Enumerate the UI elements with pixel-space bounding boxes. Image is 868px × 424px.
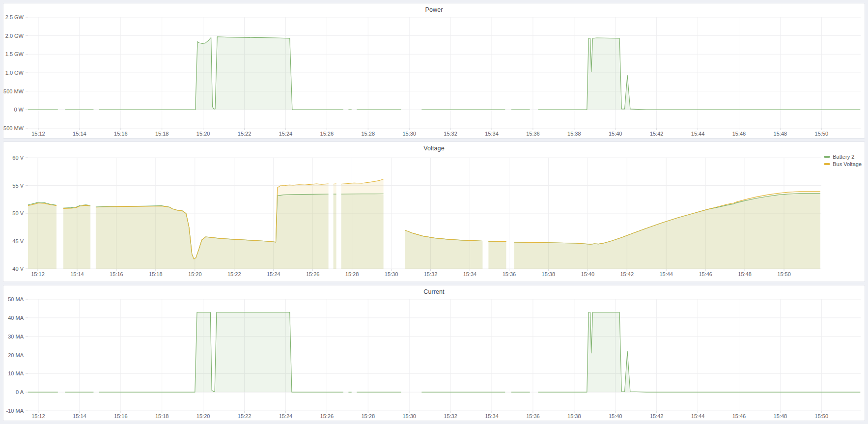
x-axis-label: 15:36 xyxy=(526,131,540,137)
y-axis-label: 2.0 GW xyxy=(5,33,24,38)
x-axis-label: 15:46 xyxy=(732,414,746,419)
x-axis-label: 15:32 xyxy=(444,414,457,419)
battery-2-series-marker-icon xyxy=(824,156,830,158)
x-axis-label: 15:38 xyxy=(567,414,581,419)
x-axis-label: 15:34 xyxy=(485,414,499,419)
x-axis-label: 15:28 xyxy=(345,272,359,277)
panel-current-title: Current xyxy=(3,288,865,295)
x-axis-label: 15:38 xyxy=(542,272,556,277)
panel-voltage: Voltage 60 V55 V50 V45 V40 V15:1215:1415… xyxy=(3,141,865,282)
x-axis-label: 15:14 xyxy=(73,131,86,137)
x-axis-label: 15:18 xyxy=(149,272,163,277)
x-axis-label: 15:34 xyxy=(485,131,499,137)
x-axis-label: 15:14 xyxy=(70,272,84,277)
y-axis-label: 0 A xyxy=(16,390,24,395)
x-axis-label: 15:20 xyxy=(196,131,210,137)
x-axis-label: 15:24 xyxy=(279,131,293,137)
current-chart-canvas xyxy=(28,299,861,411)
x-axis-label: 15:26 xyxy=(306,272,320,277)
x-axis-label: 15:36 xyxy=(526,414,540,419)
y-axis-label: 55 V xyxy=(12,183,24,188)
y-axis-label: -10 MA xyxy=(6,408,24,414)
voltage-chart-plot-area[interactable]: 60 V55 V50 V45 V40 V15:1215:1415:1615:18… xyxy=(28,158,821,269)
x-axis-label: 15:26 xyxy=(320,131,334,137)
x-axis-label: 15:42 xyxy=(650,131,664,137)
y-axis-label: 40 V xyxy=(12,266,24,272)
x-axis-label: 15:12 xyxy=(31,131,45,137)
x-axis-label: 15:44 xyxy=(691,414,705,419)
x-axis-label: 15:48 xyxy=(774,131,787,137)
voltage-legend: Battery 2 Bus Voltage xyxy=(824,154,862,167)
y-axis-label: 50 MA xyxy=(8,297,24,302)
x-axis-label: 15:48 xyxy=(774,414,787,419)
panel-current: Current 50 MA40 MA30 MA20 MA10 MA0 A-10 … xyxy=(3,285,865,421)
x-axis-label: 15:30 xyxy=(402,414,416,419)
x-axis-label: 15:48 xyxy=(738,272,752,277)
panel-voltage-title: Voltage xyxy=(3,145,865,152)
y-axis-label: 500 MW xyxy=(3,88,24,94)
y-axis-label: 45 V xyxy=(12,238,24,244)
x-axis-label: 15:34 xyxy=(463,272,477,277)
x-axis-label: 15:42 xyxy=(650,414,664,419)
x-axis-label: 15:50 xyxy=(815,131,829,137)
x-axis-label: 15:38 xyxy=(567,131,581,137)
x-axis-label: 15:46 xyxy=(732,131,746,137)
legend-item-battery-2[interactable]: Battery 2 xyxy=(824,154,862,160)
x-axis-label: 15:22 xyxy=(227,272,241,277)
bus-voltage-series-marker-icon xyxy=(824,163,830,165)
y-axis-label: 40 MA xyxy=(8,315,24,320)
panel-power: Power 2.5 GW2.0 GW1.5 GW1.0 GW500 MW0 W-… xyxy=(3,3,865,139)
current-chart-plot-area[interactable]: 50 MA40 MA30 MA20 MA10 MA0 A-10 MA15:121… xyxy=(28,299,861,411)
x-axis-label: 15:12 xyxy=(31,272,45,277)
legend-label-battery-2: Battery 2 xyxy=(833,154,854,160)
x-axis-label: 15:20 xyxy=(188,272,202,277)
x-axis-label: 15:46 xyxy=(699,272,712,277)
voltage-chart-canvas xyxy=(28,158,821,269)
x-axis-label: 15:32 xyxy=(424,272,438,277)
y-axis-label: 1.5 GW xyxy=(5,52,24,57)
x-axis-label: 15:30 xyxy=(385,272,398,277)
x-axis-label: 15:28 xyxy=(361,414,375,419)
x-axis-label: 15:24 xyxy=(279,414,293,419)
x-axis-label: 15:16 xyxy=(114,414,128,419)
x-axis-label: 15:30 xyxy=(402,131,416,137)
x-axis-label: 15:18 xyxy=(155,414,169,419)
x-axis-label: 15:40 xyxy=(609,131,622,137)
x-axis-label: 15:50 xyxy=(777,272,791,277)
y-axis-label: 1.0 GW xyxy=(5,70,24,76)
x-axis-label: 15:40 xyxy=(609,414,622,419)
x-axis-label: 15:44 xyxy=(659,272,673,277)
x-axis-label: 15:18 xyxy=(155,131,169,137)
y-axis-label: 20 MA xyxy=(8,352,24,358)
legend-item-bus-voltage[interactable]: Bus Voltage xyxy=(824,161,862,167)
y-axis-label: 30 MA xyxy=(8,334,24,339)
y-axis-label: 60 V xyxy=(12,155,24,161)
legend-label-bus-voltage: Bus Voltage xyxy=(833,161,862,167)
y-axis-label: 10 MA xyxy=(8,371,24,376)
x-axis-label: 15:40 xyxy=(581,272,595,277)
y-axis-label: 0 W xyxy=(14,107,24,113)
y-axis-label: -500 MW xyxy=(1,126,24,131)
x-axis-label: 15:22 xyxy=(238,131,252,137)
x-axis-label: 15:44 xyxy=(691,131,705,137)
x-axis-label: 15:20 xyxy=(196,414,210,419)
x-axis-label: 15:42 xyxy=(620,272,634,277)
y-axis-label: 50 V xyxy=(12,211,24,216)
x-axis-label: 15:32 xyxy=(444,131,457,137)
y-axis-label: 2.5 GW xyxy=(5,15,24,20)
x-axis-label: 15:16 xyxy=(114,131,128,137)
power-chart-plot-area[interactable]: 2.5 GW2.0 GW1.5 GW1.0 GW500 MW0 W-500 MW… xyxy=(28,17,861,128)
panel-power-title: Power xyxy=(3,6,865,13)
x-axis-label: 15:26 xyxy=(320,414,334,419)
x-axis-label: 15:14 xyxy=(73,414,86,419)
x-axis-label: 15:12 xyxy=(31,414,45,419)
dashboard: { "colors": { "green_series": "#7eb26d",… xyxy=(0,0,868,424)
x-axis-label: 15:36 xyxy=(503,272,516,277)
power-chart-canvas xyxy=(28,17,861,128)
x-axis-label: 15:24 xyxy=(267,272,280,277)
x-axis-label: 15:28 xyxy=(361,131,375,137)
x-axis-label: 15:22 xyxy=(238,414,252,419)
x-axis-label: 15:16 xyxy=(110,272,123,277)
x-axis-label: 15:50 xyxy=(815,414,829,419)
